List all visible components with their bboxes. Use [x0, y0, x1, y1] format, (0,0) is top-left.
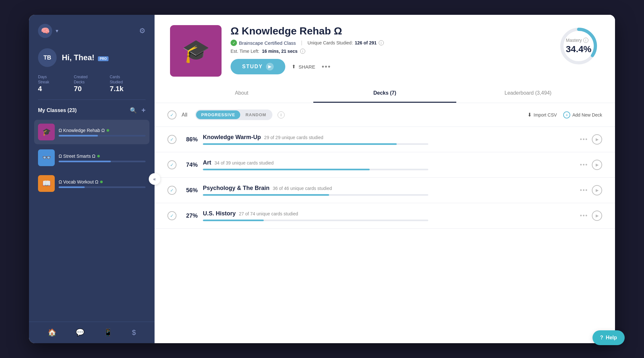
- sidebar-stats: DaysStreak 4 CreatedDecks 70 CardsStudie…: [29, 75, 155, 99]
- progress-fill: [59, 186, 85, 188]
- deck-actions: ••• ▶: [580, 160, 602, 170]
- search-icon[interactable]: 🔍: [130, 107, 137, 114]
- list-item[interactable]: 📖 Ω Vocab Workout Ω: [34, 171, 149, 196]
- avatar: TB: [38, 48, 57, 67]
- logo-caret-icon: ▼: [55, 28, 59, 33]
- deck-play-button[interactable]: ▶: [592, 185, 602, 195]
- sidebar-logo[interactable]: 🧠 ▼: [38, 24, 59, 38]
- deck-actions: ••• ▶: [580, 185, 602, 195]
- import-csv-button[interactable]: ⬇ Import CSV: [527, 112, 557, 118]
- deck-actions: ••• ▶: [580, 211, 602, 221]
- list-item[interactable]: 🎓 Ω Knowledge Rehab Ω: [34, 120, 149, 144]
- deck-name[interactable]: U.S. History: [203, 210, 236, 217]
- class-name: Ω Vocab Workout Ω: [59, 179, 146, 184]
- help-question-icon: ?: [600, 335, 603, 341]
- share-button[interactable]: ⬆ SHARE: [292, 64, 315, 70]
- sidebar: 🧠 ▼ ⚙ TB Hi, Thea! PRO DaysStreak 4 Crea…: [29, 15, 155, 343]
- dollar-icon[interactable]: $: [132, 328, 136, 337]
- mode-info-icon[interactable]: i: [278, 111, 285, 118]
- mastery-circle: Mastery i 34.4%: [558, 25, 600, 67]
- help-button[interactable]: ? Help: [592, 330, 625, 345]
- sidebar-divider: [38, 99, 146, 100]
- more-options-button[interactable]: •••: [322, 62, 331, 71]
- sidebar-bottom-nav: 🏠 💬 📱 $: [29, 322, 155, 343]
- deck-progress-bar: [203, 194, 428, 196]
- class-progress-bar: [59, 186, 146, 188]
- deck-cards-count: 34 of 39 unique cards studied: [214, 160, 274, 165]
- my-classes-title: My Classes (23): [38, 108, 77, 113]
- deck-checkbox[interactable]: ✓: [167, 160, 176, 169]
- mobile-icon[interactable]: 📱: [104, 328, 112, 337]
- deck-name[interactable]: Knowledge Warm-Up: [203, 134, 261, 141]
- class-thumb: 📖: [38, 175, 55, 192]
- time-left-row: Est. Time Left: 16 mins, 21 secs i: [231, 49, 549, 54]
- tab-leaderboard[interactable]: Leaderboard (3,494): [456, 84, 600, 103]
- study-play-icon: ▶: [266, 63, 274, 71]
- time-left-info-icon[interactable]: i: [300, 49, 305, 54]
- table-row: ✓ 56% Psychology & The Brain 36 of 46 un…: [155, 178, 615, 203]
- class-info: Ω Knowledge Rehab Ω: [59, 128, 146, 137]
- deck-actions: ••• ▶: [580, 134, 602, 145]
- deck-cards-count: 29 of 29 unique cards studied: [264, 135, 323, 140]
- decks-toolbar: ✓ All PROGRESSIVE RANDOM i ⬇ Import CSV …: [155, 103, 615, 127]
- table-row: ✓ 74% Art 34 of 39 unique cards studied …: [155, 152, 615, 178]
- unique-cards-info-icon[interactable]: i: [379, 40, 384, 45]
- greeting-text: Hi, Thea! PRO: [62, 53, 109, 62]
- progressive-mode-button[interactable]: PROGRESSIVE: [196, 110, 241, 119]
- deck-info: Knowledge Warm-Up 29 of 29 unique cards …: [203, 134, 575, 145]
- class-meta-row: ✓ Brainscape Certified Class | Unique Ca…: [231, 40, 549, 46]
- deck-name[interactable]: Art: [203, 159, 211, 166]
- unique-cards-info: Unique Cards Studied: 126 of 291 i: [308, 40, 384, 45]
- class-header-top: 🎓 Ω Knowledge Rehab Ω ✓ Brainscape Certi…: [170, 25, 600, 77]
- deck-more-button[interactable]: •••: [580, 212, 588, 219]
- class-thumb: 👓: [38, 149, 55, 166]
- tab-about[interactable]: About: [170, 84, 313, 103]
- all-label: All: [182, 112, 187, 118]
- deck-name[interactable]: Psychology & The Brain: [203, 185, 270, 192]
- deck-play-button[interactable]: ▶: [592, 160, 602, 170]
- class-name: Ω Knowledge Rehab Ω: [59, 128, 146, 133]
- my-classes-header: My Classes (23) 🔍 +: [29, 106, 155, 120]
- decks-content: ✓ All PROGRESSIVE RANDOM i ⬇ Import CSV …: [155, 103, 615, 343]
- deck-checkbox[interactable]: ✓: [167, 211, 176, 220]
- deck-more-button[interactable]: •••: [580, 136, 588, 143]
- progress-fill: [59, 135, 98, 137]
- progress-fill: [59, 161, 111, 162]
- deck-progress-fill: [203, 169, 370, 170]
- deck-percent: 56%: [182, 187, 198, 194]
- mastery-info-icon[interactable]: i: [583, 38, 588, 43]
- table-row: ✓ 27% U.S. History 27 of 74 unique cards…: [155, 203, 615, 229]
- online-indicator: [97, 155, 100, 157]
- mastery-text: Mastery i 34.4%: [566, 38, 591, 54]
- deck-percent: 74%: [182, 162, 198, 168]
- add-class-icon[interactable]: +: [141, 106, 146, 115]
- deck-checkbox[interactable]: ✓: [167, 135, 176, 144]
- settings-icon[interactable]: ⚙: [139, 27, 146, 35]
- collapse-sidebar-button[interactable]: «: [149, 173, 160, 185]
- tab-decks[interactable]: Decks (7): [313, 84, 457, 103]
- pro-badge: PRO: [98, 56, 109, 61]
- select-all-checkbox[interactable]: ✓: [167, 110, 176, 119]
- deck-more-button[interactable]: •••: [580, 187, 588, 194]
- class-name: Ω Street Smarts Ω: [59, 154, 146, 159]
- add-new-deck-button[interactable]: + Add New Deck: [563, 111, 602, 118]
- deck-play-button[interactable]: ▶: [592, 211, 602, 221]
- home-icon[interactable]: 🏠: [48, 328, 56, 337]
- deck-checkbox[interactable]: ✓: [167, 186, 176, 195]
- online-indicator: [100, 181, 103, 183]
- logo-icon: 🧠: [38, 24, 52, 38]
- class-list: 🎓 Ω Knowledge Rehab Ω 👓 Ω Street Smarts …: [29, 120, 155, 322]
- deck-play-button[interactable]: ▶: [592, 134, 602, 145]
- main-content: 🎓 Ω Knowledge Rehab Ω ✓ Brainscape Certi…: [155, 15, 615, 343]
- download-icon: ⬇: [527, 112, 532, 118]
- chat-icon[interactable]: 💬: [76, 328, 84, 337]
- class-actions: STUDY ▶ ⬆ SHARE •••: [231, 59, 549, 74]
- deck-more-button[interactable]: •••: [580, 162, 588, 168]
- class-info: Ω Street Smarts Ω: [59, 154, 146, 162]
- list-item[interactable]: 👓 Ω Street Smarts Ω: [34, 146, 149, 170]
- study-button[interactable]: STUDY ▶: [231, 59, 285, 74]
- my-classes-actions: 🔍 +: [130, 106, 146, 115]
- random-mode-button[interactable]: RANDOM: [240, 110, 271, 119]
- certified-badge: ✓ Brainscape Certified Class: [231, 40, 296, 46]
- mastery-value: 34.4%: [566, 44, 591, 54]
